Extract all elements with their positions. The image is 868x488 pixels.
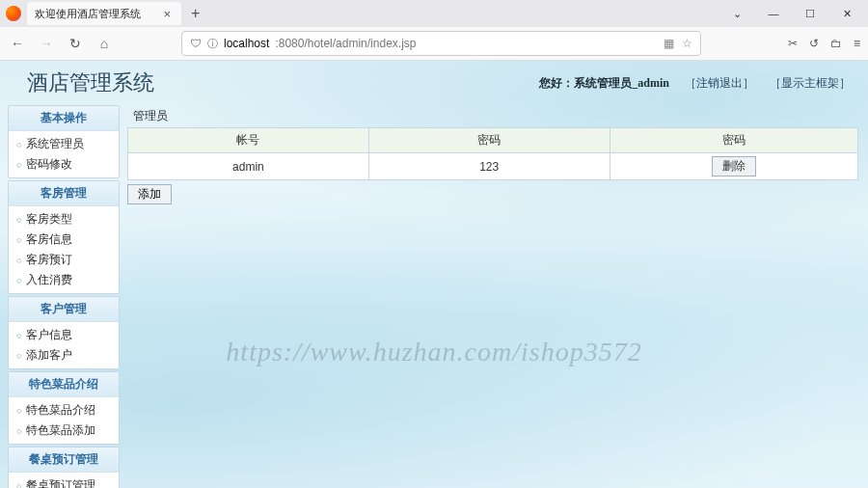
- menu-group-basic: 基本操作 系统管理员 密码修改: [8, 105, 120, 178]
- screenshot-icon[interactable]: ✂: [788, 37, 798, 50]
- sidebar-item-password[interactable]: 密码修改: [9, 154, 119, 175]
- greeting-label: 您好：: [539, 76, 574, 90]
- admin-table: 帐号 密码 密码 admin 123 删除: [127, 127, 858, 180]
- sidebar-item-label: 客房预订: [26, 252, 72, 268]
- sidebar-item-label: 客房信息: [26, 231, 72, 248]
- url-host: localhost: [224, 37, 269, 50]
- col-password: 密码: [368, 128, 610, 153]
- sidebar-item-dishadd[interactable]: 特色菜品添加: [9, 420, 119, 441]
- sidebar-item-tablebookmgr[interactable]: 餐桌预订管理: [9, 475, 119, 488]
- sidebar-item-label: 客户信息: [26, 327, 72, 343]
- menu-header: 基本操作: [9, 106, 119, 131]
- sidebar-item-label: 特色菜品介绍: [26, 402, 95, 419]
- app-body: 基本操作 系统管理员 密码修改 客房管理 客房类型 客房信息 客房预订 入住消费…: [0, 105, 868, 488]
- close-window-button[interactable]: ✕: [829, 2, 864, 25]
- greeting: 您好：系统管理员_admin: [539, 75, 669, 92]
- app-title: 酒店管理系统: [27, 68, 154, 97]
- menu-icon[interactable]: ≡: [854, 37, 860, 50]
- sidebar-item-custadd[interactable]: 添加客户: [9, 345, 119, 366]
- sidebar-item-sysadmin[interactable]: 系统管理员: [9, 134, 119, 154]
- sidebar-item-checkin[interactable]: 入住消费: [9, 270, 119, 290]
- sidebar-item-label: 餐桌预订管理: [26, 477, 95, 488]
- menu-group-dish: 特色菜品介绍 特色菜品介绍 特色菜品添加: [8, 371, 120, 445]
- insecure-icon: ⓘ: [207, 37, 218, 51]
- cell-account: admin: [128, 153, 369, 180]
- menu-header: 餐桌预订管理: [9, 447, 119, 473]
- menu-header: 客房管理: [9, 181, 119, 206]
- app-header: 酒店管理系统 您好：系统管理员_admin ［注销退出］ ［显示主框架］: [0, 61, 868, 105]
- reload-button[interactable]: ↻: [66, 36, 85, 51]
- greeting-user: 系统管理员_admin: [574, 76, 669, 90]
- new-tab-button[interactable]: +: [181, 5, 209, 22]
- sidebar-item-label: 添加客户: [26, 347, 72, 364]
- sidebar-item-roombook[interactable]: 客房预订: [9, 250, 119, 270]
- sidebar-item-label: 入住消费: [26, 272, 72, 288]
- qr-icon[interactable]: ▦: [664, 37, 674, 50]
- browser-toolbar: ← → ↻ ⌂ 🛡 ⓘ localhost:8080/hotel/admin/i…: [0, 27, 868, 60]
- forward-button[interactable]: →: [37, 36, 56, 51]
- sidebar-item-roominfo[interactable]: 客房信息: [9, 230, 119, 250]
- shield-icon: 🛡: [190, 37, 202, 50]
- browser-chrome: 欢迎使用酒店管理系统 × + ⌄ ― ☐ ✕ ← → ↻ ⌂ 🛡 ⓘ local…: [0, 0, 868, 61]
- add-button[interactable]: 添加: [127, 184, 172, 204]
- cell-action: 删除: [610, 153, 857, 180]
- window-controls: ⌄ ― ☐ ✕: [719, 2, 868, 25]
- home-button[interactable]: ⌂: [95, 36, 114, 51]
- sidebar-item-label: 密码修改: [26, 156, 72, 173]
- tab-bar: 欢迎使用酒店管理系统 × + ⌄ ― ☐ ✕: [0, 0, 868, 27]
- undo-icon[interactable]: ↺: [809, 37, 819, 50]
- col-account: 帐号: [128, 128, 369, 153]
- menu-group-tablebook: 餐桌预订管理 餐桌预订管理 餐桌预订添加: [8, 447, 120, 488]
- save-icon[interactable]: 🗀: [830, 37, 842, 50]
- chevron-down-icon[interactable]: ⌄: [719, 2, 754, 25]
- col-action: 密码: [610, 128, 857, 153]
- maximize-button[interactable]: ☐: [793, 2, 827, 25]
- sidebar-item-dishinfo[interactable]: 特色菜品介绍: [9, 400, 119, 420]
- sidebar-item-custinfo[interactable]: 客户信息: [9, 325, 119, 345]
- close-tab-icon[interactable]: ×: [160, 7, 174, 21]
- table-row: admin 123 删除: [128, 153, 858, 180]
- show-frame-link[interactable]: ［显示主框架］: [770, 75, 851, 92]
- back-button[interactable]: ←: [8, 36, 27, 51]
- bookmark-star-icon[interactable]: ☆: [682, 37, 692, 50]
- menu-group-room: 客房管理 客房类型 客房信息 客房预订 入住消费: [8, 180, 120, 294]
- menu-group-customer: 客户管理 客户信息 添加客户: [8, 296, 120, 369]
- logout-link[interactable]: ［注销退出］: [685, 75, 754, 92]
- welcome-block: 您好：系统管理员_admin ［注销退出］ ［显示主框架］: [539, 75, 851, 92]
- sidebar-item-label: 客房类型: [26, 211, 72, 228]
- address-bar[interactable]: 🛡 ⓘ localhost:8080/hotel/admin/index.jsp…: [181, 31, 701, 56]
- sidebar-item-label: 特色菜品添加: [26, 422, 95, 439]
- main-panel: 管理员 帐号 密码 密码 admin 123 删除: [127, 105, 866, 488]
- menu-header: 特色菜品介绍: [9, 372, 119, 397]
- url-path: :8080/hotel/admin/index.jsp: [275, 37, 416, 50]
- sidebar-item-label: 系统管理员: [26, 136, 84, 152]
- tab-title: 欢迎使用酒店管理系统: [35, 7, 141, 21]
- minimize-button[interactable]: ―: [756, 2, 791, 25]
- browser-tab[interactable]: 欢迎使用酒店管理系统 ×: [27, 2, 181, 25]
- sidebar-item-roomtype[interactable]: 客房类型: [9, 209, 119, 230]
- panel-title: 管理员: [127, 105, 858, 127]
- sidebar: 基本操作 系统管理员 密码修改 客房管理 客房类型 客房信息 客房预订 入住消费…: [8, 105, 120, 488]
- firefox-icon: [6, 6, 21, 21]
- cell-password: 123: [368, 153, 610, 180]
- app-viewport: https://www.huzhan.com/ishop3572 酒店管理系统 …: [0, 61, 868, 488]
- delete-button[interactable]: 删除: [712, 156, 756, 176]
- menu-header: 客户管理: [9, 297, 119, 322]
